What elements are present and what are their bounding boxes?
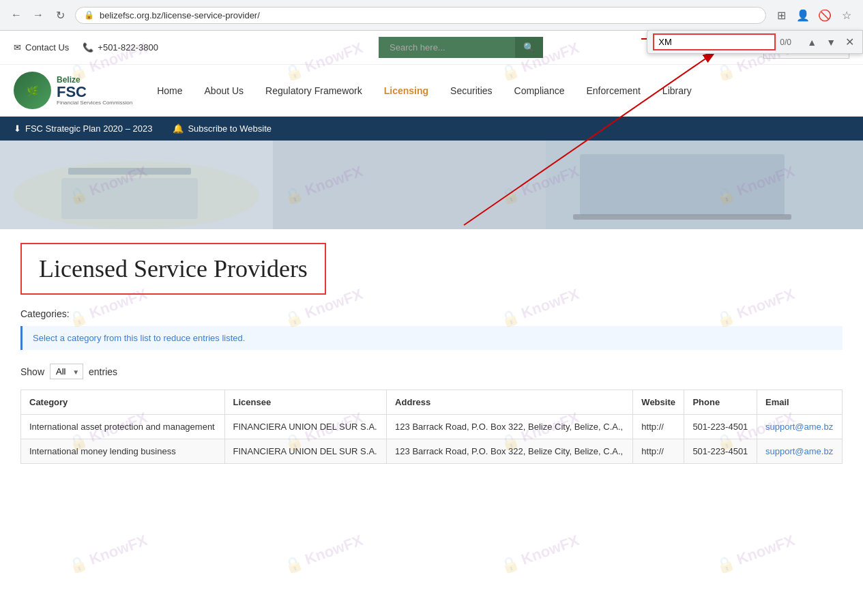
nav-securities[interactable]: Securities bbox=[439, 72, 503, 110]
cell-licensee: FINANCIERA UNION DEL SUR S.A. bbox=[224, 415, 387, 439]
nav-about-us[interactable]: About Us bbox=[194, 72, 255, 110]
email-link[interactable]: support@ame.bz bbox=[765, 446, 833, 456]
contact-us[interactable]: ✉ Contact Us bbox=[14, 42, 69, 53]
svg-rect-5 bbox=[68, 168, 191, 175]
phone-number: 📞 +501-822-3800 bbox=[83, 42, 158, 53]
search-button[interactable]: 🔍 bbox=[515, 37, 543, 58]
find-count: 0/0 bbox=[780, 38, 800, 47]
find-prev-button[interactable]: ▲ bbox=[804, 35, 819, 49]
page-title: Licensed Service Providers bbox=[39, 254, 308, 283]
bell-icon: 🔔 bbox=[173, 123, 184, 134]
show-entries: Show All 10 25 50 ▼ entries bbox=[20, 364, 843, 379]
envelope-icon: ✉ bbox=[14, 42, 21, 53]
svg-rect-8 bbox=[573, 214, 791, 220]
subscribe-label: Subscribe to Website bbox=[188, 123, 272, 134]
nav-items: Home About Us Regulatory Framework Licen… bbox=[146, 72, 703, 110]
strategic-plan-link[interactable]: ⬇ FSC Strategic Plan 2020 – 2023 bbox=[14, 123, 152, 134]
profile-button[interactable]: 👤 bbox=[793, 5, 813, 25]
col-category: Category bbox=[21, 390, 225, 415]
logo-subtitle: Financial Services Commission bbox=[57, 100, 132, 106]
col-licensee: Licensee bbox=[224, 390, 387, 415]
entries-select[interactable]: All 10 25 50 bbox=[50, 364, 83, 379]
category-note: Select a category from this list to redu… bbox=[20, 326, 843, 350]
svg-rect-6 bbox=[61, 178, 198, 219]
cell-email: support@ame.bz bbox=[757, 415, 842, 439]
nav-home[interactable]: Home bbox=[146, 72, 193, 110]
show-label: Show bbox=[20, 366, 44, 377]
logo-text: Belize FSC Financial Services Commission bbox=[57, 75, 132, 106]
cell-address: 123 Barrack Road, P.O. Box 322, Belize C… bbox=[387, 415, 633, 439]
nav-regulatory-framework[interactable]: Regulatory Framework bbox=[254, 72, 373, 110]
contact-label: Contact Us bbox=[25, 42, 69, 53]
extensions-button[interactable]: ⊞ bbox=[772, 5, 791, 25]
find-close-button[interactable]: ✕ bbox=[843, 34, 857, 50]
forward-button[interactable]: → bbox=[29, 5, 48, 25]
col-address: Address bbox=[387, 390, 633, 415]
phone-text: +501-822-3800 bbox=[98, 42, 158, 53]
cell-phone: 501-223-4501 bbox=[684, 415, 757, 439]
website: ✉ Contact Us 📞 +501-822-3800 🔍 Internati… bbox=[0, 31, 863, 478]
cell-website: http:// bbox=[633, 415, 684, 439]
email-link[interactable]: support@ame.bz bbox=[765, 422, 833, 432]
cell-website: http:// bbox=[633, 439, 684, 464]
nav-compliance[interactable]: Compliance bbox=[503, 72, 576, 110]
nav-buttons: ← → ↻ bbox=[7, 5, 70, 25]
find-input[interactable] bbox=[653, 33, 776, 50]
subscribe-link[interactable]: 🔔 Subscribe to Website bbox=[173, 123, 272, 134]
table-body: International asset protection and manag… bbox=[21, 415, 843, 464]
browser-toolbar: ← → ↻ 🔒 belizefsc.org.bz/license-service… bbox=[0, 0, 863, 30]
cell-category: International money lending business bbox=[21, 439, 225, 464]
table-header: Category Licensee Address Website Phone … bbox=[21, 390, 843, 415]
hero-image bbox=[0, 141, 863, 229]
table-row: International money lending business FIN… bbox=[21, 439, 843, 464]
col-website: Website bbox=[633, 390, 684, 415]
lock-icon: 🔒 bbox=[84, 10, 94, 20]
bookmark-button[interactable]: ☆ bbox=[837, 5, 856, 25]
col-phone: Phone bbox=[684, 390, 757, 415]
cell-phone: 501-223-4501 bbox=[684, 439, 757, 464]
entries-select-wrapper[interactable]: All 10 25 50 ▼ bbox=[50, 364, 83, 379]
browser-chrome: ← → ↻ 🔒 belizefsc.org.bz/license-service… bbox=[0, 0, 863, 31]
back-button[interactable]: ← bbox=[7, 5, 26, 25]
find-next-button[interactable]: ▼ bbox=[823, 35, 838, 49]
nav-licensing[interactable]: Licensing bbox=[373, 72, 439, 110]
strategic-plan-label: FSC Strategic Plan 2020 – 2023 bbox=[25, 123, 152, 134]
providers-table: Category Licensee Address Website Phone … bbox=[20, 390, 843, 464]
find-bar: 0/0 ▲ ▼ ✕ bbox=[647, 30, 863, 54]
svg-rect-7 bbox=[580, 154, 785, 216]
cell-licensee: FINANCIERA UNION DEL SUR S.A. bbox=[224, 439, 387, 464]
browser-icons: ⊞ 👤 🚫 ☆ bbox=[772, 5, 856, 25]
phone-icon: 📞 bbox=[83, 42, 93, 53]
eyedrop-button[interactable]: 🚫 bbox=[815, 5, 834, 25]
download-icon: ⬇ bbox=[14, 123, 21, 134]
hero-placeholder bbox=[0, 141, 863, 229]
table-row: International asset protection and manag… bbox=[21, 415, 843, 439]
main-navigation: 🌿 Belize FSC Financial Services Commissi… bbox=[0, 65, 863, 117]
cell-category: International asset protection and manag… bbox=[21, 415, 225, 439]
blue-banner: ⬇ FSC Strategic Plan 2020 – 2023 🔔 Subsc… bbox=[0, 117, 863, 141]
col-email: Email bbox=[757, 390, 842, 415]
nav-library[interactable]: Library bbox=[652, 72, 703, 110]
entries-label: entries bbox=[89, 366, 117, 377]
main-content: Licensed Service Providers Categories: S… bbox=[0, 229, 863, 478]
logo-icon: 🌿 bbox=[14, 72, 51, 109]
svg-rect-2 bbox=[273, 141, 546, 229]
logo[interactable]: 🌿 Belize FSC Financial Services Commissi… bbox=[14, 65, 132, 116]
cell-address: 123 Barrack Road, P.O. Box 322, Belize C… bbox=[387, 439, 633, 464]
search-input[interactable] bbox=[379, 37, 515, 58]
address-bar[interactable]: 🔒 belizefsc.org.bz/license-service-provi… bbox=[75, 7, 766, 24]
logo-fsc: FSC bbox=[57, 85, 132, 100]
page-title-box: Licensed Service Providers bbox=[20, 243, 326, 295]
cell-email: support@ame.bz bbox=[757, 439, 842, 464]
url-input[interactable]: belizefsc.org.bz/license-service-provide… bbox=[100, 10, 757, 20]
categories-label: Categories: bbox=[20, 308, 843, 319]
reload-button[interactable]: ↻ bbox=[50, 5, 70, 25]
nav-enforcement[interactable]: Enforcement bbox=[575, 72, 651, 110]
